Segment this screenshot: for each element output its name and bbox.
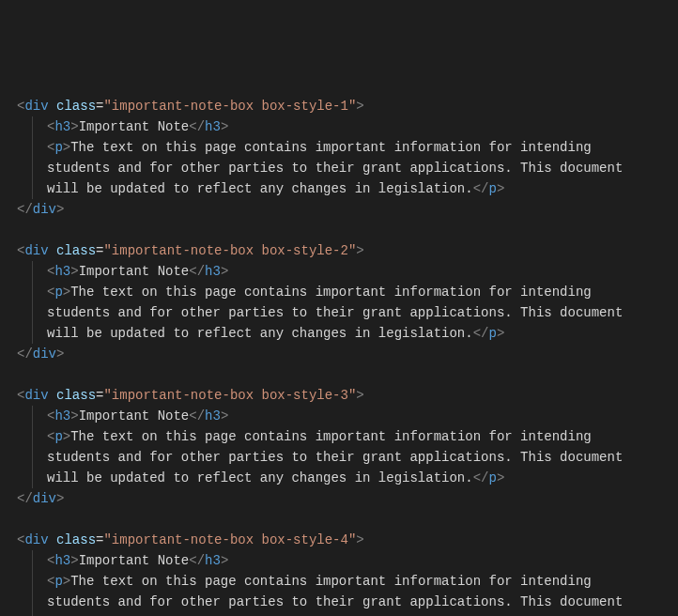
h3-element: <h3>Important Note</h3> xyxy=(47,261,661,282)
open-div-tag: <div class="important-note-box box-style… xyxy=(17,530,661,550)
open-div-tag: <div class="important-note-box box-style… xyxy=(17,240,661,261)
code-block-4: <div class="important-note-box box-style… xyxy=(17,530,661,616)
p-element: <p>The text on this page contains import… xyxy=(47,137,661,199)
p-element: <p>The text on this page contains import… xyxy=(47,282,661,344)
h3-element: <h3>Important Note</h3> xyxy=(47,116,661,137)
close-div-tag: </div> xyxy=(17,488,661,509)
indented-content: <h3>Important Note</h3><p>The text on th… xyxy=(17,261,661,344)
code-block-1: <div class="important-note-box box-style… xyxy=(17,96,661,220)
h3-element: <h3>Important Note</h3> xyxy=(47,406,661,426)
indented-content: <h3>Important Note</h3><p>The text on th… xyxy=(17,406,661,488)
close-div-tag: </div> xyxy=(17,344,661,364)
code-block-3: <div class="important-note-box box-style… xyxy=(17,385,661,509)
p-element: <p>The text on this page contains import… xyxy=(47,426,661,488)
p-element: <p>The text on this page contains import… xyxy=(47,571,661,616)
indented-content: <h3>Important Note</h3><p>The text on th… xyxy=(17,116,661,199)
indented-content: <h3>Important Note</h3><p>The text on th… xyxy=(17,550,661,616)
code-block-2: <div class="important-note-box box-style… xyxy=(17,240,661,364)
code-editor[interactable]: <div class="important-note-box box-style… xyxy=(17,96,661,616)
close-div-tag: </div> xyxy=(17,199,661,220)
h3-element: <h3>Important Note</h3> xyxy=(47,550,661,571)
open-div-tag: <div class="important-note-box box-style… xyxy=(17,385,661,406)
open-div-tag: <div class="important-note-box box-style… xyxy=(17,96,661,116)
